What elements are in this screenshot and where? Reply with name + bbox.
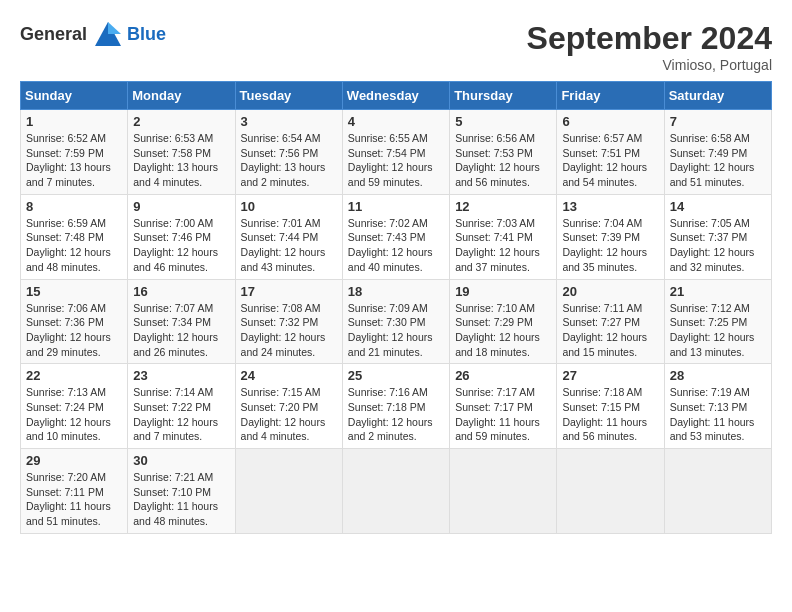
- day-info-line: Sunrise: 7:10 AM: [455, 302, 535, 314]
- day-number: 27: [562, 368, 658, 383]
- day-number: 18: [348, 284, 444, 299]
- day-info-line: Daylight: 11 hours: [455, 416, 540, 428]
- day-info-line: Daylight: 12 hours: [455, 161, 540, 173]
- day-info-line: Sunrise: 6:55 AM: [348, 132, 428, 144]
- table-row: 13Sunrise: 7:04 AMSunset: 7:39 PMDayligh…: [557, 194, 664, 279]
- day-info-line: and 53 minutes.: [670, 430, 745, 442]
- calendar-week-row: 8Sunrise: 6:59 AMSunset: 7:48 PMDaylight…: [21, 194, 772, 279]
- day-info-line: Sunset: 7:22 PM: [133, 401, 211, 413]
- col-saturday: Saturday: [664, 82, 771, 110]
- day-info-line: and 24 minutes.: [241, 346, 316, 358]
- table-row: 23Sunrise: 7:14 AMSunset: 7:22 PMDayligh…: [128, 364, 235, 449]
- table-row: 27Sunrise: 7:18 AMSunset: 7:15 PMDayligh…: [557, 364, 664, 449]
- day-info-line: and 10 minutes.: [26, 430, 101, 442]
- table-row: 4Sunrise: 6:55 AMSunset: 7:54 PMDaylight…: [342, 110, 449, 195]
- day-info-line: and 4 minutes.: [133, 176, 202, 188]
- day-info-line: Sunset: 7:48 PM: [26, 231, 104, 243]
- day-info-line: Daylight: 13 hours: [26, 161, 111, 173]
- day-info-line: and 29 minutes.: [26, 346, 101, 358]
- day-info-line: Sunrise: 7:12 AM: [670, 302, 750, 314]
- day-info-line: Sunrise: 7:08 AM: [241, 302, 321, 314]
- table-row: 24Sunrise: 7:15 AMSunset: 7:20 PMDayligh…: [235, 364, 342, 449]
- day-info-line: Daylight: 12 hours: [26, 416, 111, 428]
- day-info-line: and 54 minutes.: [562, 176, 637, 188]
- day-info: Sunrise: 7:05 AMSunset: 7:37 PMDaylight:…: [670, 216, 766, 275]
- col-thursday: Thursday: [450, 82, 557, 110]
- day-info-line: Sunset: 7:24 PM: [26, 401, 104, 413]
- day-info-line: Sunset: 7:17 PM: [455, 401, 533, 413]
- day-info-line: Sunrise: 7:11 AM: [562, 302, 642, 314]
- table-row: 9Sunrise: 7:00 AMSunset: 7:46 PMDaylight…: [128, 194, 235, 279]
- day-info-line: Daylight: 12 hours: [26, 331, 111, 343]
- day-info-line: and 15 minutes.: [562, 346, 637, 358]
- table-row: 22Sunrise: 7:13 AMSunset: 7:24 PMDayligh…: [21, 364, 128, 449]
- calendar-week-row: 1Sunrise: 6:52 AMSunset: 7:59 PMDaylight…: [21, 110, 772, 195]
- table-row: 20Sunrise: 7:11 AMSunset: 7:27 PMDayligh…: [557, 279, 664, 364]
- col-friday: Friday: [557, 82, 664, 110]
- day-info-line: Sunrise: 7:18 AM: [562, 386, 642, 398]
- day-info-line: Sunset: 7:15 PM: [562, 401, 640, 413]
- table-row: 30Sunrise: 7:21 AMSunset: 7:10 PMDayligh…: [128, 449, 235, 534]
- day-info-line: and 56 minutes.: [562, 430, 637, 442]
- day-info-line: Sunset: 7:59 PM: [26, 147, 104, 159]
- day-info-line: Sunrise: 7:07 AM: [133, 302, 213, 314]
- day-info-line: Sunset: 7:43 PM: [348, 231, 426, 243]
- day-info: Sunrise: 7:15 AMSunset: 7:20 PMDaylight:…: [241, 385, 337, 444]
- calendar-week-row: 29Sunrise: 7:20 AMSunset: 7:11 PMDayligh…: [21, 449, 772, 534]
- day-info-line: Sunset: 7:32 PM: [241, 316, 319, 328]
- day-info-line: Daylight: 11 hours: [670, 416, 755, 428]
- day-info-line: and 51 minutes.: [26, 515, 101, 527]
- table-row: 29Sunrise: 7:20 AMSunset: 7:11 PMDayligh…: [21, 449, 128, 534]
- day-info-line: and 32 minutes.: [670, 261, 745, 273]
- day-info-line: and 43 minutes.: [241, 261, 316, 273]
- table-row: 26Sunrise: 7:17 AMSunset: 7:17 PMDayligh…: [450, 364, 557, 449]
- day-number: 26: [455, 368, 551, 383]
- day-info-line: Sunrise: 7:06 AM: [26, 302, 106, 314]
- day-info-line: Daylight: 12 hours: [348, 416, 433, 428]
- day-info-line: Sunrise: 7:16 AM: [348, 386, 428, 398]
- day-info-line: Sunrise: 7:20 AM: [26, 471, 106, 483]
- calendar-week-row: 15Sunrise: 7:06 AMSunset: 7:36 PMDayligh…: [21, 279, 772, 364]
- day-number: 3: [241, 114, 337, 129]
- day-info-line: Sunset: 7:20 PM: [241, 401, 319, 413]
- day-info-line: Sunrise: 7:02 AM: [348, 217, 428, 229]
- day-info-line: Daylight: 12 hours: [348, 161, 433, 173]
- day-info-line: Sunset: 7:36 PM: [26, 316, 104, 328]
- day-info-line: and 48 minutes.: [26, 261, 101, 273]
- day-info: Sunrise: 6:57 AMSunset: 7:51 PMDaylight:…: [562, 131, 658, 190]
- day-info-line: Sunrise: 6:58 AM: [670, 132, 750, 144]
- day-info-line: Daylight: 12 hours: [133, 416, 218, 428]
- day-info: Sunrise: 7:17 AMSunset: 7:17 PMDaylight:…: [455, 385, 551, 444]
- table-row: 25Sunrise: 7:16 AMSunset: 7:18 PMDayligh…: [342, 364, 449, 449]
- day-info-line: Sunset: 7:58 PM: [133, 147, 211, 159]
- day-info-line: Sunset: 7:25 PM: [670, 316, 748, 328]
- day-info-line: and 35 minutes.: [562, 261, 637, 273]
- day-number: 14: [670, 199, 766, 214]
- day-info: Sunrise: 7:01 AMSunset: 7:44 PMDaylight:…: [241, 216, 337, 275]
- day-info-line: Daylight: 12 hours: [562, 246, 647, 258]
- table-row: [557, 449, 664, 534]
- day-info-line: Sunset: 7:13 PM: [670, 401, 748, 413]
- table-row: [235, 449, 342, 534]
- day-info-line: Sunset: 7:39 PM: [562, 231, 640, 243]
- day-info-line: Sunrise: 7:01 AM: [241, 217, 321, 229]
- table-row: [342, 449, 449, 534]
- day-info-line: Sunset: 7:29 PM: [455, 316, 533, 328]
- calendar-table: Sunday Monday Tuesday Wednesday Thursday…: [20, 81, 772, 534]
- day-number: 7: [670, 114, 766, 129]
- day-info-line: Sunset: 7:34 PM: [133, 316, 211, 328]
- day-info-line: and 21 minutes.: [348, 346, 423, 358]
- day-number: 12: [455, 199, 551, 214]
- day-info: Sunrise: 7:19 AMSunset: 7:13 PMDaylight:…: [670, 385, 766, 444]
- day-info-line: Daylight: 12 hours: [241, 331, 326, 343]
- day-number: 8: [26, 199, 122, 214]
- day-number: 1: [26, 114, 122, 129]
- day-info-line: Daylight: 12 hours: [348, 331, 433, 343]
- logo-general-text: General: [20, 24, 87, 45]
- day-info-line: Sunset: 7:49 PM: [670, 147, 748, 159]
- day-info-line: and 18 minutes.: [455, 346, 530, 358]
- table-row: 18Sunrise: 7:09 AMSunset: 7:30 PMDayligh…: [342, 279, 449, 364]
- day-info: Sunrise: 6:58 AMSunset: 7:49 PMDaylight:…: [670, 131, 766, 190]
- day-info-line: Daylight: 12 hours: [670, 161, 755, 173]
- day-info-line: Daylight: 12 hours: [562, 331, 647, 343]
